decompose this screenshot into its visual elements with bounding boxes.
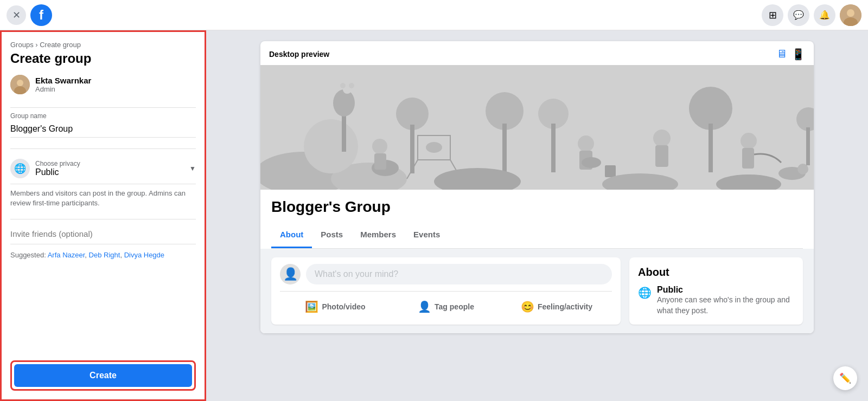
feeling-icon: 😊 bbox=[521, 300, 534, 313]
svg-rect-38 bbox=[806, 127, 810, 165]
grid-icon: ⊞ bbox=[769, 9, 777, 21]
about-globe-icon: 🌐 bbox=[638, 286, 652, 299]
suggested-person-1[interactable]: Arfa Nazeer bbox=[48, 251, 85, 259]
top-navigation: ✕ f ⊞ 💬 🔔 bbox=[0, 0, 868, 30]
breadcrumb: Groups › Create group bbox=[10, 41, 196, 49]
svg-point-25 bbox=[578, 135, 594, 152]
about-public-label: Public bbox=[657, 285, 794, 295]
svg-point-1 bbox=[847, 9, 854, 17]
preview-panel: Desktop preview 🖥 📱 bbox=[206, 30, 868, 401]
admin-name: Ekta Swarnkar bbox=[35, 76, 91, 85]
mobile-icon[interactable]: 📱 bbox=[792, 48, 805, 61]
about-public-description: Anyone can see who's in the group and wh… bbox=[657, 295, 794, 316]
post-input-row: 👤 What's on your mind? bbox=[280, 264, 612, 292]
post-actions: 🖼️ Photo/video 👤 Tag people 😊 Feeling/ac… bbox=[280, 292, 612, 318]
bell-icon: 🔔 bbox=[819, 10, 830, 20]
tab-posts[interactable]: Posts bbox=[312, 222, 352, 248]
privacy-label: Choose privacy bbox=[35, 160, 184, 167]
facebook-logo: f bbox=[30, 4, 52, 26]
svg-rect-28 bbox=[605, 165, 616, 177]
tag-people-label: Tag people bbox=[435, 302, 474, 311]
group-info: Blogger's Group About Posts Members Even… bbox=[260, 190, 814, 249]
svg-point-43 bbox=[340, 83, 346, 88]
photo-icon: 🖼️ bbox=[305, 300, 318, 313]
svg-point-11 bbox=[333, 89, 355, 117]
preview-header: Desktop preview 🖥 📱 bbox=[260, 41, 814, 65]
admin-row: Ekta Swarnkar Admin bbox=[10, 75, 196, 94]
invite-friends-input[interactable] bbox=[10, 224, 196, 244]
desktop-icon[interactable]: 🖥 bbox=[776, 48, 787, 61]
post-area: 👤 What's on your mind? 🖼️ Photo/video 👤 … bbox=[271, 257, 621, 325]
globe-icon: 🌐 bbox=[10, 159, 30, 178]
admin-role: Admin bbox=[35, 85, 91, 93]
group-banner bbox=[260, 65, 814, 190]
content-area: 👤 What's on your mind? 🖼️ Photo/video 👤 … bbox=[260, 249, 814, 333]
user-avatar[interactable] bbox=[840, 4, 861, 26]
notifications-button[interactable]: 🔔 bbox=[814, 4, 835, 26]
tag-people-button[interactable]: 👤 Tag people bbox=[391, 296, 501, 318]
about-sidebar: About 🌐 Public Anyone can see who's in t… bbox=[629, 257, 803, 325]
suggested-person-2[interactable]: Deb Right bbox=[89, 251, 120, 259]
suggested-person-3[interactable]: Divya Hegde bbox=[124, 251, 164, 259]
messenger-icon: 💬 bbox=[793, 10, 804, 20]
divider-3 bbox=[10, 219, 196, 219]
grid-button[interactable]: ⊞ bbox=[762, 4, 783, 26]
svg-point-27 bbox=[582, 157, 601, 168]
svg-rect-32 bbox=[709, 124, 713, 172]
tab-members[interactable]: Members bbox=[352, 222, 405, 248]
group-name-preview: Blogger's Group bbox=[271, 198, 803, 216]
admin-avatar bbox=[10, 75, 30, 94]
edit-icon: ✏️ bbox=[839, 372, 851, 384]
create-button-wrapper: Create bbox=[10, 360, 196, 391]
suggested-friends-row: Suggested: Arfa Nazeer, Deb Right, Divya… bbox=[10, 251, 196, 259]
preview-card: Desktop preview 🖥 📱 bbox=[260, 41, 814, 333]
create-group-panel: Groups › Create group Create group Ekta … bbox=[0, 30, 206, 401]
photo-video-button[interactable]: 🖼️ Photo/video bbox=[280, 296, 391, 318]
privacy-value: Public bbox=[35, 167, 184, 177]
divider-2 bbox=[10, 148, 196, 149]
admin-info: Ekta Swarnkar Admin bbox=[35, 76, 91, 93]
chevron-down-icon: ▼ bbox=[189, 165, 196, 172]
svg-point-44 bbox=[349, 83, 354, 88]
svg-point-9 bbox=[304, 119, 358, 173]
group-name-input[interactable] bbox=[10, 121, 196, 138]
about-public-row: 🌐 Public Anyone can see who's in the gro… bbox=[638, 285, 794, 316]
svg-point-4 bbox=[17, 80, 23, 86]
privacy-description: Members and visitors can post in the gro… bbox=[10, 189, 196, 208]
privacy-dropdown[interactable]: 🌐 Choose privacy Public ▼ bbox=[10, 153, 196, 184]
privacy-text: Choose privacy Public bbox=[35, 160, 184, 177]
create-button[interactable]: Create bbox=[14, 364, 192, 387]
suggested-label: Suggested: bbox=[10, 251, 46, 259]
nav-left: ✕ f bbox=[7, 4, 52, 26]
feeling-activity-button[interactable]: 😊 Feeling/activity bbox=[501, 296, 612, 318]
tab-events[interactable]: Events bbox=[405, 222, 449, 248]
svg-point-20 bbox=[426, 142, 442, 153]
about-public-info: Public Anyone can see who's in the group… bbox=[657, 285, 794, 316]
edit-float-button[interactable]: ✏️ bbox=[833, 366, 857, 390]
close-icon: ✕ bbox=[12, 9, 21, 21]
messenger-button[interactable]: 💬 bbox=[788, 4, 809, 26]
about-sidebar-title: About bbox=[638, 266, 794, 279]
post-input-placeholder[interactable]: What's on your mind? bbox=[306, 264, 612, 284]
close-button[interactable]: ✕ bbox=[7, 5, 26, 25]
group-name-label: Group name bbox=[10, 112, 196, 120]
svg-rect-24 bbox=[551, 124, 556, 172]
svg-point-29 bbox=[653, 130, 671, 147]
person-icon: 👤 bbox=[283, 267, 298, 281]
main-layout: Groups › Create group Create group Ekta … bbox=[0, 30, 868, 401]
device-toggle: 🖥 📱 bbox=[776, 48, 805, 61]
svg-rect-22 bbox=[502, 124, 507, 172]
group-name-field: Group name bbox=[10, 112, 196, 138]
group-tabs: About Posts Members Events bbox=[271, 222, 803, 249]
tag-icon: 👤 bbox=[418, 300, 431, 313]
photo-video-label: Photo/video bbox=[322, 302, 365, 311]
svg-point-33 bbox=[741, 133, 757, 149]
preview-title: Desktop preview bbox=[269, 50, 329, 59]
svg-rect-16 bbox=[374, 153, 386, 170]
svg-rect-34 bbox=[742, 148, 754, 169]
panel-title: Create group bbox=[10, 51, 196, 66]
tab-about[interactable]: About bbox=[271, 222, 312, 248]
feeling-activity-label: Feeling/activity bbox=[538, 302, 592, 311]
divider-1 bbox=[10, 107, 196, 108]
svg-point-15 bbox=[372, 139, 387, 154]
